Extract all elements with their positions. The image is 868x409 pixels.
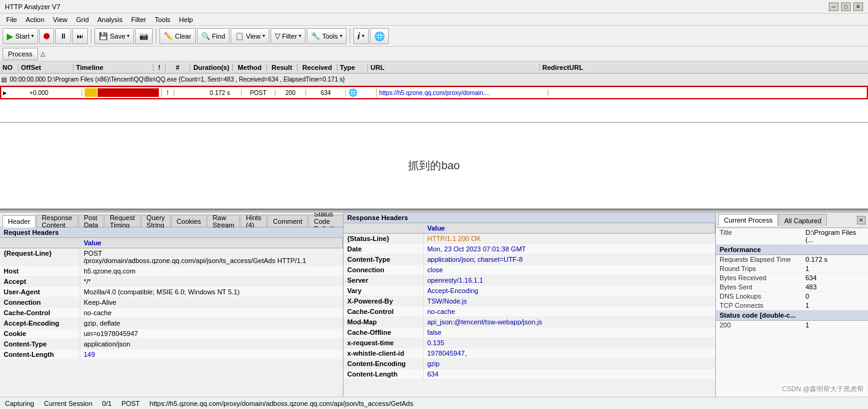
bottom-tab-bar: Header Response Content Post Data Reques…	[0, 213, 343, 227]
info-perf-row: TCP Connects1	[716, 301, 868, 310]
info-perf-row: Bytes Received634	[716, 273, 868, 283]
col-header-url: URL	[368, 64, 540, 71]
center-message: 抓到的bao	[408, 158, 459, 173]
tab-all-captured[interactable]: All Captured	[778, 214, 827, 226]
info-title-value: D:\Program Files (...	[805, 229, 864, 243]
response-header-key: Cache-Offline	[344, 327, 423, 338]
menu-analysis[interactable]: Analysis	[94, 15, 126, 24]
info-performance-rows: Requests Elapsed Time0.172 sRound Trips1…	[716, 255, 868, 310]
tools-dropdown-arrow[interactable]: ▾	[340, 33, 342, 39]
request-header-key: Content-Length	[0, 350, 80, 360]
pause-button[interactable]: ⏸	[55, 28, 71, 44]
response-header-value: openresty/1.16.1.1	[423, 275, 715, 286]
clear-button[interactable]: ✏️ Clear	[159, 28, 195, 44]
menu-view[interactable]: View	[49, 15, 71, 24]
view-dropdown-arrow[interactable]: ▾	[263, 33, 265, 39]
info-perf-key: Bytes Received	[720, 274, 805, 281]
tab-current-process[interactable]: Current Process	[718, 214, 778, 226]
request-header-row: Hosth5.qzone.qq.com	[0, 266, 343, 277]
play-icon: ▶	[7, 31, 13, 41]
menu-help[interactable]: Help	[175, 15, 197, 24]
find-button[interactable]: 🔍 Find	[197, 28, 229, 44]
menu-action[interactable]: Action	[22, 15, 48, 24]
row-url: https://h5.qzone.qq.com/proxy/domain....	[377, 90, 548, 96]
tab-header[interactable]: Header	[2, 215, 36, 227]
pause-icon: ⏸	[60, 32, 67, 40]
info-perf-value: 0.172 s	[805, 256, 864, 263]
col-header-redirect: RedirectURL	[540, 64, 868, 71]
request-header-value: Mozilla/4.0 (compatible; MSIE 6.0; Windo…	[80, 287, 343, 297]
tab-query-string[interactable]: Query String	[141, 215, 171, 227]
save-dropdown-arrow[interactable]: ▾	[127, 33, 129, 39]
col-header-count: #	[166, 64, 190, 71]
web-button[interactable]: 🌐	[370, 28, 389, 44]
tab-status-code[interactable]: Status Code Definition	[309, 215, 344, 227]
view-button[interactable]: 📋 View ▾	[231, 28, 269, 44]
menu-tools[interactable]: Tools	[151, 15, 174, 24]
separator-1	[91, 29, 91, 44]
info-button[interactable]: i ▾	[353, 28, 369, 44]
tab-hints[interactable]: Hints (4)	[240, 215, 267, 227]
response-header-value: api_json:@tencent/tsw-webapp/json.js	[423, 317, 715, 327]
info-perf-value: 634	[805, 274, 864, 281]
response-header-key: Connection	[344, 265, 423, 275]
tab-request-timing[interactable]: Request Timing	[104, 215, 140, 227]
response-header-row: X-Powered-ByTSW/Node.js	[344, 296, 715, 307]
request-header-key: User-Agent	[0, 287, 80, 297]
info-panel: Current Process All Captured ✕ Title D:\…	[716, 213, 868, 397]
info-panel-close[interactable]: ✕	[857, 216, 866, 224]
menu-grid[interactable]: Grid	[72, 15, 93, 24]
tab-comment[interactable]: Comment	[267, 215, 308, 227]
tab-response-content[interactable]: Response Content	[36, 215, 78, 227]
tab-cookies[interactable]: Cookies	[171, 215, 207, 227]
info-perf-key: Bytes Sent	[720, 283, 805, 291]
start-dropdown-arrow[interactable]: ▾	[31, 33, 34, 39]
col-header-no: NO	[0, 64, 18, 71]
response-header-key: Content-Type	[344, 254, 423, 265]
save-button[interactable]: 💾 Save ▾	[94, 28, 134, 44]
timeline-yellow	[85, 88, 97, 97]
stop-icon	[44, 33, 50, 39]
request-header-row: Cache-Controlno-cache	[0, 308, 343, 318]
row-method: POST	[242, 90, 275, 96]
request-header-key: Host	[0, 266, 80, 277]
capture-data-row[interactable]: ► +0.000 ! 0.172 s POST 200 634 🌐 https:…	[0, 86, 868, 99]
info-dropdown-arrow[interactable]: ▾	[362, 33, 364, 39]
clear-label: Clear	[175, 32, 191, 40]
start-button[interactable]: ▶ Start ▾	[2, 28, 38, 44]
find-icon: 🔍	[201, 32, 210, 40]
row-warning: !	[162, 90, 174, 96]
response-header-value: 1978045947,	[423, 348, 715, 359]
minimize-button[interactable]: ─	[829, 2, 839, 11]
tab-post-data[interactable]: Post Data	[79, 215, 104, 227]
step-button[interactable]: ⏭	[72, 28, 88, 44]
menu-filter[interactable]: Filter	[128, 15, 150, 24]
info-status-value: 1	[805, 321, 864, 329]
filter-dropdown-arrow[interactable]: ▾	[299, 33, 301, 39]
menu-file[interactable]: File	[2, 15, 21, 24]
tools-button[interactable]: 🔧 Tools ▾	[307, 28, 347, 44]
request-header-key: Cookie	[0, 329, 80, 339]
response-header-row: Content-Encodinggzip	[344, 359, 715, 369]
maximize-button[interactable]: □	[841, 2, 851, 11]
response-header-key: Mod-Map	[344, 317, 423, 327]
info-icon: i	[358, 31, 360, 41]
request-header-key: Accept-Encoding	[0, 318, 80, 329]
save-icon: 💾	[99, 32, 108, 40]
close-button[interactable]: ✕	[853, 2, 863, 11]
process-button[interactable]: Process	[2, 48, 38, 60]
col-header-result: Result	[267, 64, 298, 71]
info-panel-tabs: Current Process All Captured ✕	[716, 213, 868, 228]
request-header-value: h5.qzone.qq.com	[80, 266, 343, 277]
request-header-row: Accept*/*	[0, 277, 343, 287]
info-status-rows: 2001	[716, 321, 868, 330]
snapshot-button[interactable]: 📷	[135, 28, 153, 44]
request-header-row: Content-Length149	[0, 350, 343, 360]
capture-group-row[interactable]: ▤ 00:00:00.000 D:\Program Files (x86)\Te…	[0, 74, 868, 86]
stop-button[interactable]	[39, 28, 54, 44]
group-collapse-icon[interactable]: ▤	[0, 76, 7, 83]
tab-raw-stream[interactable]: Raw Stream	[207, 215, 240, 227]
response-header-row: x-request-time0.135	[344, 338, 715, 348]
filter-button[interactable]: ▽ Filter ▾	[271, 28, 305, 44]
response-header-key: X-Powered-By	[344, 296, 423, 307]
